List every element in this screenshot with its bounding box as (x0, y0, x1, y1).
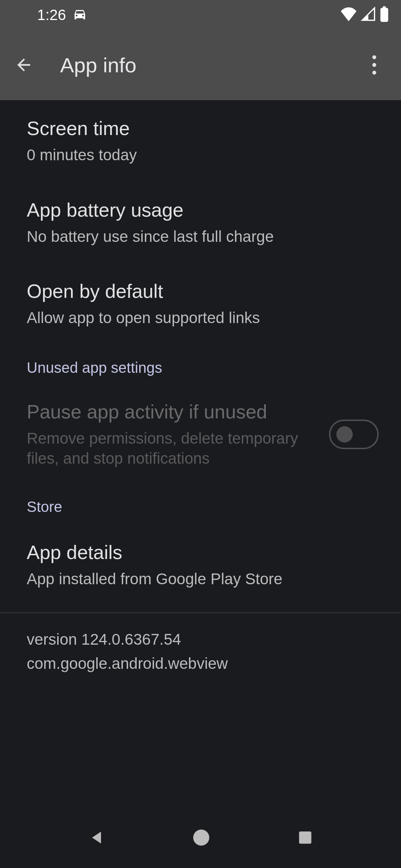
arrow-back-icon (14, 55, 33, 75)
row-app-details[interactable]: App details App installed from Google Pl… (0, 524, 401, 606)
row-battery-usage[interactable]: App battery usage No battery use since l… (0, 182, 401, 263)
car-icon (73, 7, 87, 23)
row-open-by-default[interactable]: Open by default Allow app to open suppor… (0, 263, 401, 345)
battery-icon (379, 6, 389, 23)
app-bar: App info (0, 30, 401, 100)
version-text: version 124.0.6367.54 (27, 627, 374, 651)
section-store: Store (0, 484, 401, 524)
status-time: 1:26 (37, 7, 66, 23)
page-title: App info (60, 53, 137, 77)
row-subtitle: 0 minutes today (27, 145, 374, 165)
status-right (340, 6, 389, 23)
row-text: Pause app activity if unused Remove perm… (27, 400, 329, 469)
back-button[interactable] (6, 47, 42, 83)
pause-toggle (329, 420, 379, 449)
row-pause-app-activity: Pause app activity if unused Remove perm… (0, 385, 401, 484)
row-title: App battery usage (27, 198, 374, 222)
row-subtitle: No battery use since last full charge (27, 227, 374, 247)
overflow-menu-button[interactable] (356, 47, 392, 83)
toggle-knob (336, 426, 353, 443)
row-subtitle: App installed from Google Play Store (27, 569, 374, 589)
row-title: Screen time (27, 116, 374, 141)
navigation-bar (0, 809, 401, 868)
wifi-icon (340, 7, 357, 23)
content: Screen time 0 minutes today App battery … (0, 100, 401, 690)
svg-point-3 (372, 63, 376, 67)
row-title: Open by default (27, 279, 374, 303)
status-left: 1:26 (37, 7, 87, 23)
svg-rect-1 (383, 6, 386, 9)
svg-point-5 (193, 829, 209, 845)
svg-rect-6 (299, 832, 312, 844)
circle-home-icon (192, 828, 211, 847)
nav-recent-button[interactable] (297, 829, 313, 847)
row-title: App details (27, 540, 374, 565)
svg-point-4 (372, 71, 376, 75)
row-title: Pause app activity if unused (27, 400, 314, 424)
row-subtitle: Allow app to open supported links (27, 308, 374, 328)
square-recent-icon (297, 829, 313, 846)
row-subtitle: Remove permissions, delete temporary fil… (27, 428, 314, 469)
triangle-back-icon (88, 829, 105, 846)
more-vert-icon (372, 55, 376, 75)
svg-point-2 (372, 55, 376, 59)
section-unused-apps: Unused app settings (0, 345, 401, 385)
signal-icon (361, 7, 376, 23)
footer-info: version 124.0.6367.54 com.google.android… (0, 613, 401, 690)
status-bar: 1:26 (0, 0, 401, 30)
nav-back-button[interactable] (88, 829, 105, 848)
row-screen-time[interactable]: Screen time 0 minutes today (0, 100, 401, 182)
package-text: com.google.android.webview (27, 651, 374, 675)
svg-rect-0 (381, 8, 388, 22)
nav-home-button[interactable] (192, 828, 211, 849)
